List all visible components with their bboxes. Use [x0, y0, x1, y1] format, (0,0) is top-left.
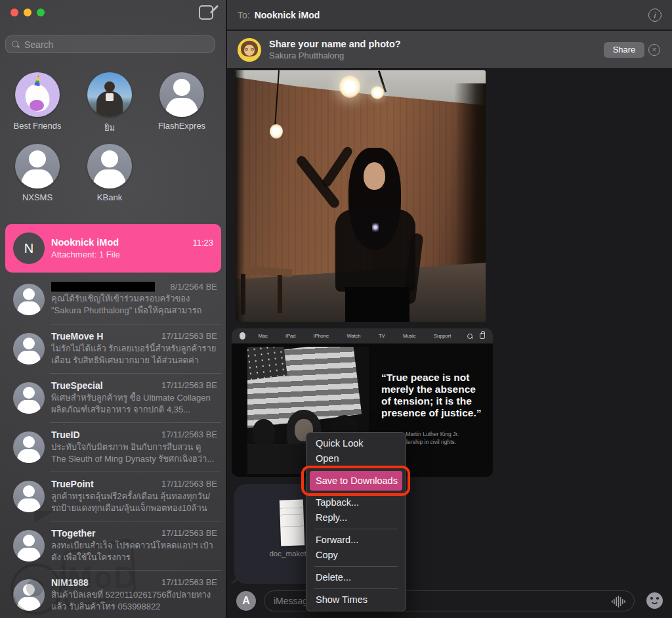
conversation-date: 17/11/2563 BE [161, 331, 217, 341]
apple-nav-item: Watch [347, 333, 361, 339]
apple-nav-item: Mac [259, 333, 268, 339]
conversation-preview: ลูกค้าทรูเรดลุ้นฟรี2ครั้ง/เดือน ลุ้นทองท… [51, 491, 217, 514]
conversation-name: NIM1988 [51, 577, 89, 588]
photo-woman-torso [335, 210, 415, 292]
apple-nav-item: Support [434, 333, 451, 339]
pinned-contact[interactable]: ยิม [74, 72, 146, 135]
window-controls [10, 9, 45, 16]
close-banner-icon[interactable]: × [648, 44, 660, 56]
conversation-selected[interactable]: N Nooknick iMod 11:23 Attachment: 1 File [5, 224, 221, 273]
banner-title: Share your name and photo? [269, 39, 596, 49]
pinned-contact[interactable]: KBank [74, 144, 146, 202]
avatar: N [13, 232, 45, 264]
avatar [13, 481, 45, 512]
avatar [87, 144, 132, 188]
apple-nav-item: iPhone [314, 333, 329, 339]
photo-woman-face [364, 162, 385, 190]
pinned-contact-label: NXSMS [22, 192, 52, 202]
conversation-pane: To: Nooknick iMod i Share your name and … [226, 0, 672, 618]
share-button[interactable]: Share [604, 42, 644, 58]
conversation-preview: ลงทะเบียนสำเร็จ โปรดดาวน์โหลดแอปฯ เป๋าตั… [51, 540, 217, 563]
conversation-row[interactable]: TruePoint 17/11/2563 BE ลูกค้าทรูเรดลุ้น… [5, 472, 221, 521]
pencil-icon [209, 5, 218, 13]
conversation-name: TTogether [51, 528, 95, 539]
pinned-contact[interactable]: NXSMS [1, 144, 74, 202]
conversation-row[interactable]: TTogether 17/11/2563 BE ลงทะเบียนสำเร็จ … [5, 521, 221, 570]
avatar [13, 333, 45, 364]
conversation-row[interactable]: NIM1988 17/11/2563 BE สินค้าบิลเลขที่ 52… [5, 570, 221, 618]
pinned-contacts: Best Friends ยิม FlashExpres NXSMS KBank [1, 72, 225, 211]
context-menu-item[interactable]: Copy [306, 548, 406, 563]
photo-necklace [372, 223, 379, 232]
menu-separator [314, 566, 398, 567]
conversation-list: 8/1/2564 BE คุณได้รับเชิญให้เข้าร่วมครอบ… [5, 275, 221, 618]
apple-nav-item: Music [403, 333, 416, 339]
pinned-contact[interactable]: FlashExpres [146, 72, 218, 135]
conversation-preview: สินค้าบิลเลขที่ 5220110261756ถึงปลายทาง … [51, 589, 217, 613]
app-store-icon[interactable]: A [236, 591, 256, 611]
shopping-bag-icon [480, 333, 485, 339]
message-composer: A iMessage [227, 583, 672, 618]
context-menu-item[interactable]: Reply... [306, 510, 406, 525]
conversation-date: 17/11/2563 BE [161, 479, 217, 489]
conversation-row[interactable]: TrueID 17/11/2563 BE ประทับใจกับมิตรภาพ … [5, 422, 221, 472]
search-icon [467, 333, 473, 340]
context-menu-item[interactable]: Open [306, 451, 406, 466]
avatar [13, 579, 45, 611]
conversation-name: TruePoint [51, 479, 94, 489]
context-menu-item[interactable]: Tapback... [306, 495, 406, 510]
apple-nav-item: TV [379, 333, 385, 339]
conversation-name: Nooknick iMod [51, 237, 119, 248]
context-menu-item[interactable]: Forward... [306, 533, 406, 548]
search-icon [12, 41, 20, 49]
avatar [13, 431, 45, 463]
conversation-preview: คุณได้รับเชิญให้เข้าร่วมครอบครัวของ "Sak… [51, 293, 217, 317]
photo-lightbulb [270, 124, 283, 139]
context-menu-item[interactable]: Delete... [306, 570, 406, 585]
apple-logo-icon [240, 332, 245, 340]
info-icon[interactable]: i [648, 9, 662, 22]
conversation-date: 17/11/2563 BE [161, 577, 217, 587]
context-menu: Quick LookOpenSave to DownloadsTapback..… [306, 432, 406, 611]
context-menu-item[interactable]: Show Times [306, 592, 406, 607]
avatar [15, 144, 60, 188]
conversation-date: 17/11/2563 BE [161, 528, 217, 538]
search-input[interactable]: Search [5, 35, 215, 53]
audio-waveform-icon[interactable] [612, 596, 626, 609]
conversation-row[interactable]: TrueSpecial 17/11/2563 BE พิเศษสำหรับลูก… [5, 373, 221, 422]
minimize-window-button[interactable] [24, 9, 32, 16]
recipient-name: Nooknick iMod [255, 10, 320, 20]
emoji-picker-icon[interactable] [646, 592, 663, 609]
conversation-date: 17/11/2563 BE [161, 430, 217, 439]
apple-nav-item: iPad [285, 333, 295, 339]
pinned-contact-label: KBank [97, 192, 122, 202]
photo-attachment[interactable] [236, 70, 486, 322]
context-menu-item[interactable]: Quick Look [306, 436, 406, 451]
photo-lightbulb [371, 86, 384, 99]
conversation-date: 17/11/2563 BE [161, 380, 217, 390]
conversation-date: 8/1/2564 BE [170, 282, 217, 292]
conversation-row[interactable]: TrueMove H 17/11/2563 BE ไม่รักไม่ได้แล้… [5, 324, 221, 373]
messages-window: Search Best Friends ยิม FlashExpres NXSM… [0, 0, 672, 618]
search-placeholder: Search [24, 39, 53, 50]
compose-button[interactable] [199, 5, 213, 20]
close-window-button[interactable] [10, 9, 18, 16]
zoom-window-button[interactable] [37, 9, 45, 16]
conversation-time: 11:23 [192, 238, 213, 248]
sidebar: Search Best Friends ยิม FlashExpres NXSM… [0, 0, 226, 618]
share-name-banner: Share your name and photo? Sakura Phutth… [227, 31, 672, 69]
pinned-contact[interactable]: Best Friends [1, 72, 74, 135]
conversation-row[interactable]: 8/1/2564 BE คุณได้รับเชิญให้เข้าร่วมครอบ… [5, 275, 221, 324]
context-menu-item[interactable]: Save to Downloads [310, 471, 402, 491]
pinned-contact-label: Best Friends [14, 121, 62, 131]
avatar [13, 284, 45, 315]
pinned-contact-label: ยิม [104, 121, 115, 135]
conversation-name: TrueMove H [51, 331, 103, 342]
conversation-preview: พิเศษสำหรับลูกค้าทรู ซื้อ Ultimate Colla… [51, 392, 217, 416]
menu-separator [314, 529, 398, 529]
document-thumbnail [280, 499, 304, 546]
conversation-preview: Attachment: 1 File [51, 250, 213, 259]
avatar [15, 72, 60, 117]
mlk-quote: “True peace is not merely the absence of… [381, 372, 488, 419]
conversation-header: To: Nooknick iMod i [227, 0, 672, 30]
